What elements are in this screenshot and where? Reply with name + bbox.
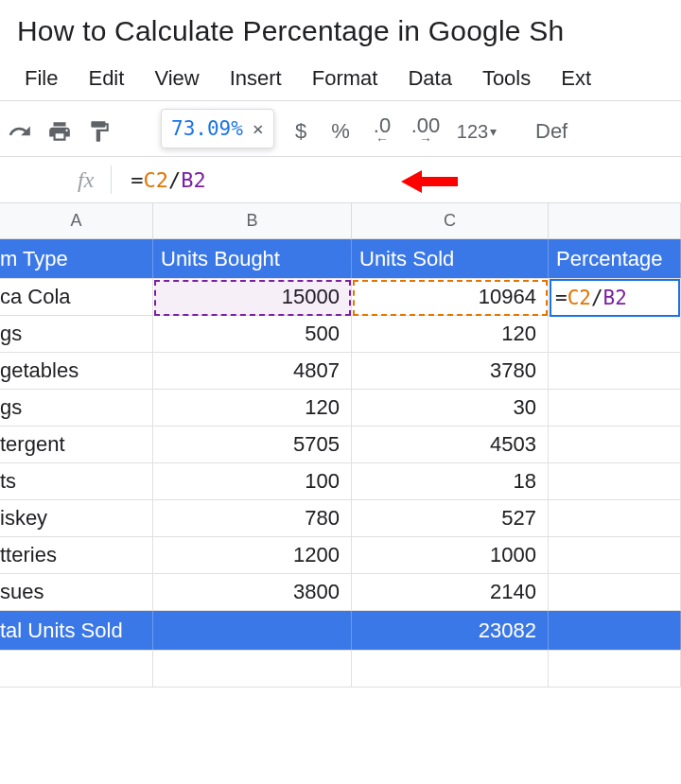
toolbar: 73.09% × $ % .0← .00→ 123▾ Def [0, 103, 681, 156]
cell-sold[interactable]: 10964 [352, 279, 549, 315]
table-header-row[interactable]: m Type Units Bought Units Sold Percentag… [0, 239, 681, 279]
column-headers: A B C [0, 203, 681, 239]
column-header-a[interactable]: A [0, 203, 153, 238]
cell-item[interactable]: ca Cola [0, 279, 153, 315]
cell-empty[interactable] [549, 651, 681, 687]
font-select[interactable]: Def [535, 119, 568, 144]
close-icon[interactable]: × [253, 117, 264, 140]
currency-format-button[interactable]: $ [282, 113, 320, 149]
cell-item[interactable]: ts [0, 463, 153, 499]
cell-item[interactable]: gs [0, 316, 153, 352]
table-row[interactable]: tteries 1200 1000 [0, 537, 681, 574]
header-units-bought: Units Bought [153, 239, 352, 278]
increase-decimal-button[interactable]: .00→ [405, 113, 446, 149]
cell-sold[interactable]: 120 [352, 316, 549, 352]
header-percentage: Percentage [549, 239, 681, 278]
cell-empty[interactable] [352, 651, 549, 687]
total-bought [153, 611, 352, 650]
menu-tools[interactable]: Tools [467, 62, 546, 95]
table-row[interactable]: gs 120 30 [0, 390, 681, 427]
menu-file[interactable]: File [9, 62, 73, 95]
formula-result-tooltip: 73.09% × [161, 109, 274, 148]
active-cell-editor[interactable]: =C2/B2 [550, 279, 680, 317]
table-row[interactable]: ts 100 18 [0, 463, 681, 500]
total-sold: 23082 [352, 611, 549, 650]
cell-sold[interactable]: 527 [352, 500, 549, 536]
more-formats-button[interactable]: 123▾ [448, 113, 505, 149]
cell-percentage[interactable] [549, 390, 681, 426]
table-row[interactable]: iskey 780 527 [0, 500, 681, 537]
cell-sold[interactable]: 18 [352, 463, 549, 499]
formula-bar: fx =C2/B2 [0, 157, 681, 202]
cell-sold[interactable]: 3780 [352, 353, 549, 389]
cell-percentage[interactable] [549, 500, 681, 536]
cell-percentage[interactable] [549, 574, 681, 610]
cell-bought[interactable]: 15000 [153, 279, 352, 315]
print-icon[interactable] [42, 113, 78, 149]
cell-sold[interactable]: 4503 [352, 427, 549, 462]
table-row[interactable]: getables 4807 3780 [0, 353, 681, 390]
cell-bought[interactable]: 3800 [153, 574, 352, 610]
cell-item[interactable]: getables [0, 353, 153, 389]
cell-empty[interactable] [0, 651, 153, 687]
page-title: How to Calculate Percentage in Google Sh [0, 0, 681, 62]
column-header-c[interactable]: C [352, 203, 549, 238]
menu-insert[interactable]: Insert [215, 62, 297, 95]
formula-input[interactable]: =C2/B2 [131, 168, 206, 192]
menu-data[interactable]: Data [393, 62, 466, 95]
cell-item[interactable]: tteries [0, 537, 153, 573]
table-row[interactable]: sues 3800 2140 [0, 574, 681, 611]
cell-bought[interactable]: 4807 [153, 353, 352, 389]
column-header-d[interactable] [549, 203, 681, 238]
total-percentage [549, 611, 681, 650]
paint-format-icon[interactable] [81, 113, 117, 149]
header-item-type: m Type [0, 239, 153, 278]
decrease-decimal-button[interactable]: .0← [361, 113, 403, 149]
cell-empty[interactable] [153, 651, 352, 687]
menu-format[interactable]: Format [297, 62, 393, 95]
cell-item[interactable]: gs [0, 390, 153, 426]
table-row[interactable]: tergent 5705 4503 [0, 427, 681, 463]
cell-item[interactable]: sues [0, 574, 153, 610]
cell-bought[interactable]: 5705 [153, 427, 352, 462]
column-header-b[interactable]: B [153, 203, 352, 238]
menubar: File Edit View Insert Format Data Tools … [0, 62, 681, 100]
menu-edit[interactable]: Edit [73, 62, 139, 95]
cell-percentage[interactable] [549, 427, 681, 462]
table-total-row[interactable]: tal Units Sold 23082 [0, 611, 681, 651]
cell-item[interactable]: tergent [0, 427, 153, 462]
fx-label: fx [78, 167, 111, 193]
cell-bought[interactable]: 500 [153, 316, 352, 352]
divider [0, 100, 681, 101]
header-units-sold: Units Sold [352, 239, 549, 278]
arrow-annotation-icon [395, 165, 462, 203]
percent-format-button[interactable]: % [322, 113, 359, 149]
spreadsheet-grid[interactable]: A B C m Type Units Bought Units Sold Per… [0, 202, 681, 688]
cell-sold[interactable]: 30 [352, 390, 549, 426]
cell-bought[interactable]: 100 [153, 463, 352, 499]
cell-percentage[interactable] [549, 463, 681, 499]
svg-marker-0 [401, 170, 458, 193]
cell-bought[interactable]: 780 [153, 500, 352, 536]
cell-bought[interactable]: 1200 [153, 537, 352, 573]
redo-icon[interactable] [2, 113, 38, 149]
cell-percentage[interactable] [549, 316, 681, 352]
cell-percentage[interactable] [549, 353, 681, 389]
menu-view[interactable]: View [139, 62, 214, 95]
cell-sold[interactable]: 1000 [352, 537, 549, 573]
total-label: tal Units Sold [0, 611, 153, 650]
cell-sold[interactable]: 2140 [352, 574, 549, 610]
cell-bought[interactable]: 120 [153, 390, 352, 426]
divider [111, 166, 112, 194]
chevron-down-icon: ▾ [490, 124, 497, 139]
table-row[interactable] [0, 651, 681, 688]
table-row[interactable]: gs 500 120 [0, 316, 681, 353]
formula-result-value: 73.09% [171, 117, 243, 140]
menu-ext[interactable]: Ext [546, 62, 606, 95]
cell-percentage[interactable] [549, 537, 681, 573]
cell-item[interactable]: iskey [0, 500, 153, 536]
